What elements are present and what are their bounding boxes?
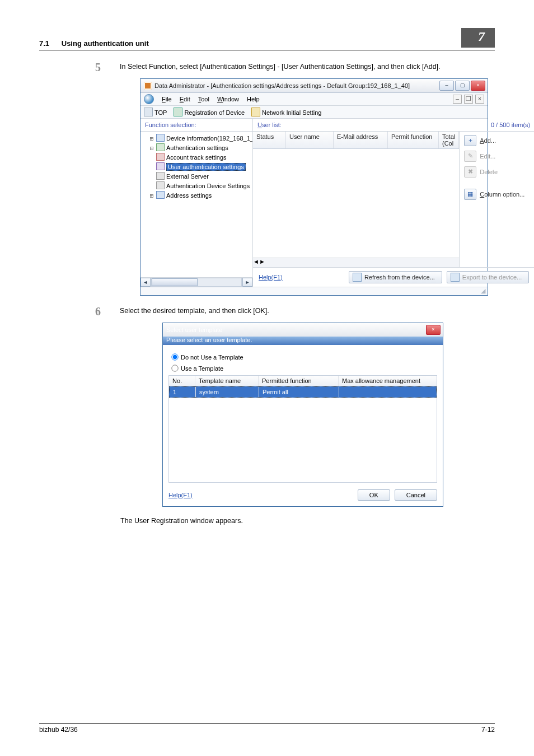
edit-icon: ✎ — [464, 151, 476, 162]
col-email[interactable]: E-Mail address — [334, 132, 388, 148]
maximize-button[interactable]: ▢ — [455, 81, 470, 91]
step6-text: Select the desired template, and then cl… — [120, 306, 495, 317]
export-button[interactable]: Export to the device... — [447, 271, 529, 283]
refresh-icon — [353, 273, 362, 282]
grid-body — [253, 149, 459, 258]
col-no[interactable]: No. — [169, 376, 195, 386]
column-icon: ▦ — [464, 189, 476, 200]
menu-help[interactable]: Help — [247, 96, 260, 102]
radio-use-template[interactable]: Use a Template — [168, 363, 437, 372]
delete-icon: ✖ — [464, 166, 476, 178]
step5-number: 5 — [95, 62, 120, 73]
cell-tpl: system — [196, 387, 259, 397]
tree-user-auth[interactable]: User authentication settings — [156, 162, 252, 172]
scroll-right-icon[interactable]: ► — [259, 258, 265, 267]
edit-button[interactable]: ✎Edit... — [464, 151, 531, 162]
menu-edit[interactable]: Edit — [180, 96, 190, 102]
col-permitted[interactable]: Permitted function — [259, 376, 339, 386]
cancel-button[interactable]: Cancel — [395, 489, 437, 501]
page-footer: bizhub 42/36 7-12 — [39, 723, 495, 734]
section-no: 7.1 — [39, 39, 49, 48]
resize-grip-icon[interactable]: ◢ — [481, 287, 485, 294]
app-logo-icon — [144, 94, 154, 104]
toolbar-registration[interactable]: Registration of Device — [174, 108, 245, 116]
template-grid: No. Template name Permitted function Max… — [168, 375, 437, 483]
col-permit[interactable]: Permit function — [388, 132, 439, 148]
radio-no-template[interactable]: Do not Use a Template — [168, 352, 437, 361]
help-link[interactable]: Help(F1) — [168, 492, 193, 498]
step6-number: 6 — [95, 306, 120, 317]
footer-page: 7-12 — [481, 726, 495, 734]
titlebar: Data Administrator - [Authentication set… — [140, 79, 488, 93]
menu-tool[interactable]: Tool — [198, 96, 209, 102]
menu-window[interactable]: Window — [217, 96, 239, 102]
col-username[interactable]: User name — [286, 132, 334, 148]
result-text: The User Registration window appears. — [120, 517, 495, 525]
dialog-title: Select user template — [166, 326, 426, 333]
close-button[interactable]: × — [471, 81, 485, 91]
scroll-thumb[interactable] — [152, 278, 198, 286]
status-bar: ◢ — [140, 287, 488, 295]
toolbar-network[interactable]: Network Initial Setting — [251, 108, 321, 116]
user-list-count: 0 / 500 item(s) — [491, 122, 530, 128]
function-selection-label: Function selection: — [140, 119, 252, 132]
tree-auth-device[interactable]: Authentication Device Settings — [156, 181, 252, 191]
add-button[interactable]: ＋Add... — [464, 135, 531, 146]
col-total[interactable]: Total (Col — [439, 132, 459, 148]
minimize-button[interactable]: – — [439, 81, 454, 91]
col-status[interactable]: Status — [253, 132, 286, 148]
user-icon — [156, 162, 165, 170]
window-title: Data Administrator - [Authentication set… — [154, 82, 439, 89]
tree-auth-settings[interactable]: ⊟Authentication settings Account track s… — [148, 143, 252, 191]
delete-button[interactable]: ✖Delete — [464, 166, 531, 178]
grid-header: Status User name E-Mail address Permit f… — [253, 132, 459, 149]
top-icon — [144, 108, 153, 116]
tree-account-track[interactable]: Account track settings — [156, 153, 252, 162]
dialog-subtitle: Please select an user template. — [166, 337, 252, 343]
cell-func: Permit all — [259, 387, 339, 397]
toolbar: TOP Registration of Device Network Initi… — [140, 106, 488, 119]
col-max-allowance[interactable]: Max allowance management — [339, 376, 437, 386]
tree-address-settings[interactable]: ⊞Address settings — [148, 191, 252, 200]
doc-close-button[interactable]: × — [475, 95, 484, 104]
tree-external-server[interactable]: External Server — [156, 172, 252, 181]
scroll-right-icon[interactable]: ► — [242, 278, 252, 287]
user-list-label: User list: — [257, 122, 282, 128]
export-icon — [451, 273, 460, 282]
bottom-bar: Help(F1) Refresh from the device... Expo… — [253, 267, 534, 287]
section-heading: 7.1 Using authentication unit — [39, 39, 149, 48]
tree-h-scrollbar[interactable]: ◄ ► — [140, 277, 252, 287]
doc-restore-button[interactable]: ❐ — [464, 95, 473, 104]
menu-bar: File Edit Tool Window Help – ❐ × — [140, 93, 488, 106]
grid-h-scrollbar[interactable]: ◄ ► — [253, 258, 459, 267]
function-tree[interactable]: ⊞Device information(192_168_1_40) ⊟Authe… — [140, 132, 252, 277]
tree-device-info[interactable]: ⊞Device information(192_168_1_40) — [148, 134, 252, 143]
chapter-badge: 7 — [461, 28, 495, 48]
admin-window: Data Administrator - [Authentication set… — [140, 78, 488, 296]
section-title: Using authentication unit — [62, 39, 149, 48]
footer-model: bizhub 42/36 — [39, 726, 78, 734]
cell-no: 1 — [170, 387, 196, 397]
folder-icon — [156, 143, 165, 151]
plus-icon — [174, 108, 182, 116]
column-option-button[interactable]: ▦Column option... — [464, 189, 531, 200]
app-icon — [144, 82, 152, 90]
auth-device-icon — [156, 181, 165, 189]
close-button[interactable]: × — [426, 325, 441, 335]
step5-text: In Select Function, select [Authenticati… — [120, 62, 495, 73]
network-icon — [251, 108, 260, 116]
scroll-left-icon[interactable]: ◄ — [253, 258, 259, 267]
col-template-name[interactable]: Template name — [195, 376, 259, 386]
template-row[interactable]: 1 system Permit all — [169, 386, 437, 398]
device-icon — [156, 134, 165, 142]
select-template-dialog: Select user template × Please select an … — [162, 323, 443, 507]
help-link[interactable]: Help(F1) — [259, 274, 283, 281]
scroll-left-icon[interactable]: ◄ — [140, 278, 151, 287]
toolbar-top[interactable]: TOP — [144, 108, 167, 116]
add-icon: ＋ — [464, 135, 476, 146]
refresh-button[interactable]: Refresh from the device... — [349, 271, 442, 283]
ok-button[interactable]: OK — [358, 489, 390, 501]
doc-minimize-button[interactable]: – — [453, 95, 462, 104]
menu-file[interactable]: File — [162, 96, 172, 102]
address-icon — [156, 191, 165, 199]
